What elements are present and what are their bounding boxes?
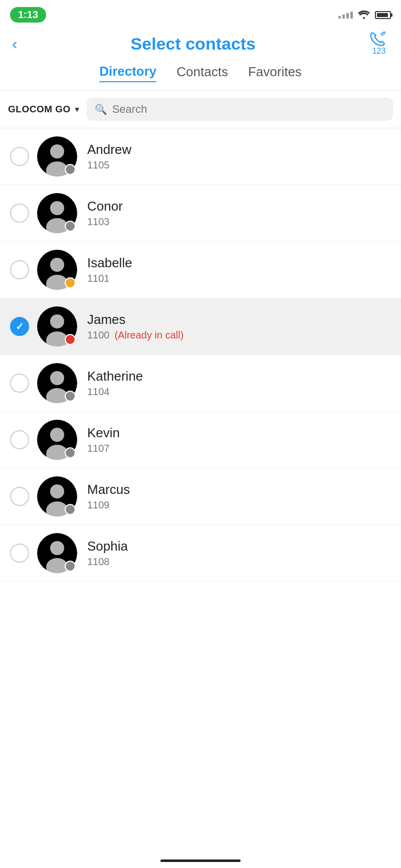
status-icons <box>338 8 391 22</box>
contact-name-sophia: Sophia <box>87 539 128 554</box>
contact-name-conor: Conor <box>87 199 123 214</box>
ext-number-andrew: 1105 <box>87 159 110 171</box>
contact-ext-james: 1100(Already in call) <box>87 329 183 341</box>
contact-item-sophia[interactable]: Sophia1108 <box>0 525 401 582</box>
status-dot-conor <box>65 221 76 232</box>
avatar-katherine <box>37 363 77 403</box>
ext-number-kevin: 1107 <box>87 443 110 454</box>
tab-contacts[interactable]: Contacts <box>176 64 228 82</box>
contact-ext-conor: 1103 <box>87 216 123 228</box>
ext-number-conor: 1103 <box>87 216 110 228</box>
contact-item-isabelle[interactable]: Isabelle1101 <box>0 242 401 298</box>
contact-name-andrew: Andrew <box>87 142 131 157</box>
radio-katherine[interactable] <box>10 374 29 393</box>
status-dot-katherine <box>65 391 76 402</box>
ext-number-katherine: 1104 <box>87 386 110 398</box>
avatar-kevin <box>37 420 77 460</box>
badge-number: 123 <box>372 47 386 56</box>
search-input[interactable] <box>112 103 385 116</box>
avatar-sophia <box>37 533 77 573</box>
status-dot-sophia <box>65 561 76 572</box>
avatar-conor <box>37 193 77 233</box>
home-indicator <box>160 859 241 862</box>
radio-kevin[interactable] <box>10 430 29 449</box>
svg-point-7 <box>50 258 64 272</box>
contact-item-marcus[interactable]: Marcus1109 <box>0 468 401 525</box>
nav-header: ‹ Select contacts 123 <box>0 28 401 64</box>
radio-isabelle[interactable] <box>10 260 29 279</box>
page-title: Select contacts <box>131 34 256 54</box>
contact-name-katherine: Katherine <box>87 369 143 384</box>
search-row: GLOCOM GO ▼ 🔍 <box>0 91 401 128</box>
search-icon: 🔍 <box>95 103 107 115</box>
ext-number-marcus: 1109 <box>87 499 110 511</box>
avatar-marcus <box>37 476 77 516</box>
contact-ext-andrew: 1105 <box>87 159 131 171</box>
radio-conor[interactable] <box>10 204 29 223</box>
svg-point-4 <box>50 201 64 215</box>
already-in-call-label-james: (Already in call) <box>115 329 184 341</box>
svg-point-22 <box>50 541 64 555</box>
avatar-isabelle <box>37 250 77 290</box>
org-label: GLOCOM GO <box>8 104 71 115</box>
search-box: 🔍 <box>87 98 393 121</box>
signal-icon <box>338 12 353 19</box>
svg-point-16 <box>50 428 64 442</box>
ext-number-sophia: 1108 <box>87 556 110 568</box>
avatar-james <box>37 306 77 346</box>
tab-favorites[interactable]: Favorites <box>248 64 302 82</box>
contact-ext-isabelle: 1101 <box>87 273 132 284</box>
contact-item-katherine[interactable]: Katherine1104 <box>0 355 401 412</box>
status-bar: 1:13 <box>0 0 401 28</box>
tab-bar: Directory Contacts Favorites <box>0 64 401 91</box>
contact-ext-sophia: 1108 <box>87 556 128 568</box>
radio-sophia[interactable] <box>10 544 29 563</box>
avatar-andrew <box>37 136 77 177</box>
contact-ext-kevin: 1107 <box>87 443 120 454</box>
contact-item-james[interactable]: James1100(Already in call) <box>0 298 401 355</box>
status-dot-kevin <box>65 447 76 458</box>
org-selector[interactable]: GLOCOM GO ▼ <box>8 104 81 115</box>
svg-point-19 <box>50 484 64 498</box>
battery-icon <box>375 11 391 19</box>
contact-item-andrew[interactable]: Andrew1105 <box>0 128 401 185</box>
ext-number-isabelle: 1101 <box>87 273 110 284</box>
ext-number-james: 1100 <box>87 329 110 341</box>
wifi-icon <box>357 8 371 22</box>
dropdown-arrow-icon: ▼ <box>74 105 81 113</box>
radio-marcus[interactable] <box>10 487 29 506</box>
status-dot-marcus <box>65 504 76 515</box>
contact-ext-katherine: 1104 <box>87 386 143 398</box>
status-dot-james <box>65 334 76 345</box>
radio-andrew[interactable] <box>10 147 29 166</box>
status-dot-isabelle <box>65 277 76 288</box>
phone-badge-button[interactable]: 123 <box>369 32 389 56</box>
svg-point-13 <box>50 371 64 385</box>
contact-item-kevin[interactable]: Kevin1107 <box>0 412 401 468</box>
contact-name-kevin: Kevin <box>87 425 120 441</box>
tab-directory[interactable]: Directory <box>99 64 156 82</box>
contact-ext-marcus: 1109 <box>87 499 130 511</box>
contact-list: Andrew1105 Conor1103 Isabelle1101 James1… <box>0 128 401 582</box>
contact-name-james: James <box>87 312 183 327</box>
contact-name-isabelle: Isabelle <box>87 255 132 271</box>
svg-point-10 <box>50 314 64 328</box>
contact-name-marcus: Marcus <box>87 482 130 497</box>
status-dot-andrew <box>65 164 76 175</box>
radio-james[interactable] <box>10 317 29 336</box>
contact-item-conor[interactable]: Conor1103 <box>0 185 401 242</box>
status-time: 1:13 <box>10 7 46 23</box>
back-button[interactable]: ‹ <box>12 36 18 52</box>
svg-point-1 <box>50 144 64 158</box>
